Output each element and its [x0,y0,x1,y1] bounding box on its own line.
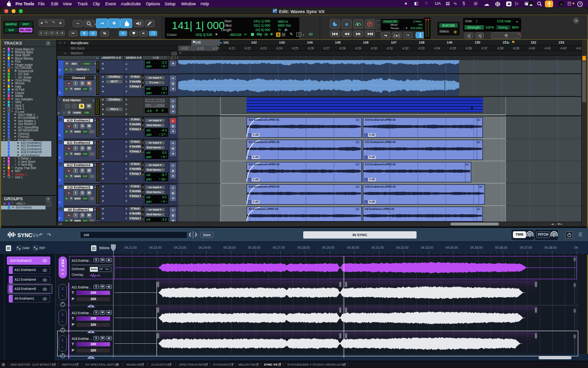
svg-text:P: P [369,22,371,26]
